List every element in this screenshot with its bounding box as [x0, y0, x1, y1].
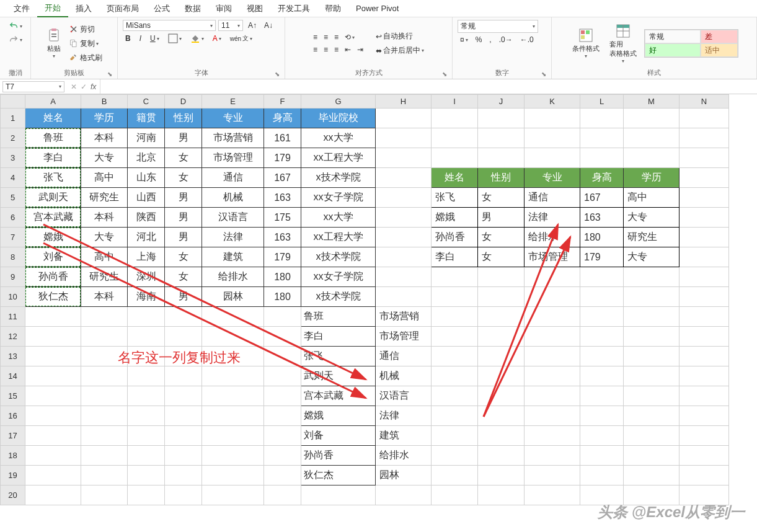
clipboard-launcher-icon[interactable]: ⬊: [107, 71, 112, 78]
style-normal[interactable]: 常规: [645, 30, 701, 43]
cell-N19[interactable]: [680, 466, 729, 485]
cell-G11[interactable]: 鲁班: [301, 307, 376, 327]
cell-I9[interactable]: [432, 267, 478, 287]
cell-L3[interactable]: [580, 148, 624, 168]
cell-K12[interactable]: [525, 327, 580, 347]
cell-I14[interactable]: [432, 366, 478, 386]
conditional-format-button[interactable]: 条件格式▾: [570, 25, 602, 61]
currency-button[interactable]: ¤▾: [458, 34, 471, 45]
cell-M6[interactable]: 大专: [624, 208, 680, 228]
row-head-16[interactable]: 16: [1, 406, 25, 426]
cell-F10[interactable]: 180: [264, 287, 301, 307]
cell-L19[interactable]: [580, 466, 624, 485]
cell-E17[interactable]: [202, 426, 264, 446]
cell-M2[interactable]: [624, 128, 680, 148]
cell-H15[interactable]: 汉语言: [376, 386, 432, 406]
cell-E6[interactable]: 汉语言: [202, 208, 264, 228]
cell-F19[interactable]: [264, 466, 301, 485]
col-head-D[interactable]: D: [165, 95, 202, 109]
cell-M3[interactable]: [624, 148, 680, 168]
row-head-9[interactable]: 9: [1, 267, 25, 287]
cell-L2[interactable]: [580, 128, 624, 148]
tab-pivot[interactable]: Power Pivot: [348, 1, 406, 16]
cell-G9[interactable]: xx女子学院: [301, 267, 376, 287]
tab-formula[interactable]: 公式: [146, 1, 177, 17]
cell-K7[interactable]: 给排水: [525, 228, 580, 247]
cell-E10[interactable]: 园林: [202, 287, 264, 307]
cell-J7[interactable]: 女: [478, 228, 525, 247]
cell-B4[interactable]: 高中: [81, 168, 128, 188]
align-bottom-button[interactable]: ≡: [332, 32, 341, 43]
cell-C7[interactable]: 河北: [128, 228, 165, 247]
tab-review[interactable]: 审阅: [208, 1, 239, 17]
cell-J3[interactable]: [478, 148, 525, 168]
cell-A17[interactable]: [25, 426, 81, 446]
cell-H6[interactable]: [376, 208, 432, 228]
cell-C16[interactable]: [128, 406, 165, 426]
col-head-H[interactable]: H: [376, 95, 432, 109]
cell-I19[interactable]: [432, 466, 478, 485]
col-head-F[interactable]: F: [264, 95, 301, 109]
cell-B15[interactable]: [81, 386, 128, 406]
cell-N7[interactable]: [680, 228, 729, 247]
worksheet-grid[interactable]: ABCDEFGHIJKLMN1姓名学历籍贯性别专业身高毕业院校2鲁班本科河南男市…: [0, 94, 757, 528]
cell-I11[interactable]: [432, 307, 478, 327]
cell-I7[interactable]: 孙尚香: [432, 228, 478, 247]
cell-C10[interactable]: 海南: [128, 287, 165, 307]
underline-button[interactable]: U▾: [148, 33, 162, 44]
cell-G12[interactable]: 李白: [301, 327, 376, 347]
cell-L12[interactable]: [580, 327, 624, 347]
cell-K15[interactable]: [525, 386, 580, 406]
cell-M15[interactable]: [624, 386, 680, 406]
cell-E5[interactable]: 机械: [202, 188, 264, 208]
row-head-5[interactable]: 5: [1, 188, 25, 208]
font-name-combo[interactable]: MiSans▾: [123, 20, 216, 31]
cell-N9[interactable]: [680, 267, 729, 287]
cell-N14[interactable]: [680, 366, 729, 386]
cell-G10[interactable]: x技术学院: [301, 287, 376, 307]
cell-M9[interactable]: [624, 267, 680, 287]
number-launcher-icon[interactable]: ⬊: [541, 71, 546, 78]
cell-C17[interactable]: [128, 426, 165, 446]
cell-H20[interactable]: [376, 485, 432, 505]
cell-J4[interactable]: 性别: [478, 168, 525, 188]
col-head-G[interactable]: G: [301, 95, 376, 109]
cell-E11[interactable]: [202, 307, 264, 327]
row-head-4[interactable]: 4: [1, 168, 25, 188]
cell-D7[interactable]: 男: [165, 228, 202, 247]
row-head-20[interactable]: 20: [1, 485, 25, 505]
tab-dev[interactable]: 开发工具: [270, 1, 317, 17]
cell-G2[interactable]: xx大学: [301, 128, 376, 148]
cell-I5[interactable]: 张飞: [432, 188, 478, 208]
cell-C19[interactable]: [128, 466, 165, 485]
cell-A5[interactable]: 武则天: [25, 188, 81, 208]
cell-H8[interactable]: [376, 247, 432, 267]
cell-L8[interactable]: 179: [580, 247, 624, 267]
tab-layout[interactable]: 页面布局: [99, 1, 146, 17]
cell-K6[interactable]: 法律: [525, 208, 580, 228]
bold-button[interactable]: B: [123, 33, 133, 44]
indent-increase-button[interactable]: ⇥: [355, 44, 366, 55]
align-left-button[interactable]: ≡: [311, 44, 320, 55]
cell-M11[interactable]: [624, 307, 680, 327]
col-head-E[interactable]: E: [202, 95, 264, 109]
cell-B8[interactable]: 高中: [81, 247, 128, 267]
cell-D17[interactable]: [165, 426, 202, 446]
cell-F5[interactable]: 163: [264, 188, 301, 208]
cell-E15[interactable]: [202, 386, 264, 406]
cell-D12[interactable]: [165, 327, 202, 347]
orientation-button[interactable]: ⟲▾: [342, 32, 357, 43]
cell-H13[interactable]: 通信: [376, 347, 432, 366]
cell-D1[interactable]: 性别: [165, 109, 202, 128]
cell-H11[interactable]: 市场营销: [376, 307, 432, 327]
cell-E12[interactable]: [202, 327, 264, 347]
cell-C9[interactable]: 深圳: [128, 267, 165, 287]
tab-insert[interactable]: 插入: [68, 1, 99, 17]
cell-I20[interactable]: [432, 485, 478, 505]
row-head-3[interactable]: 3: [1, 148, 25, 168]
cell-E2[interactable]: 市场营销: [202, 128, 264, 148]
row-head-7[interactable]: 7: [1, 228, 25, 247]
redo-button[interactable]: ▾: [6, 33, 25, 46]
cell-J16[interactable]: [478, 406, 525, 426]
cell-K18[interactable]: [525, 446, 580, 466]
